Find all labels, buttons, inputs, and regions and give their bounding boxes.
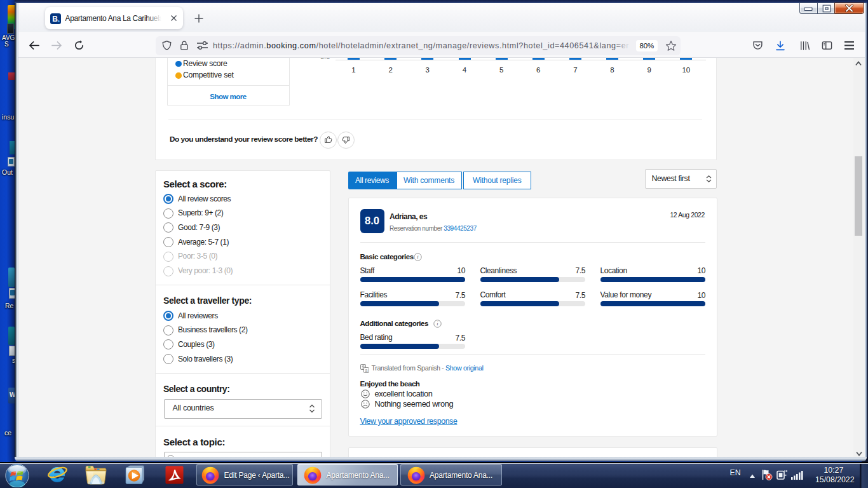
svg-text:B: B bbox=[52, 14, 58, 23]
svg-text:i: i bbox=[417, 254, 419, 260]
svg-text:i: i bbox=[437, 320, 438, 327]
svg-text:a: a bbox=[365, 368, 367, 372]
